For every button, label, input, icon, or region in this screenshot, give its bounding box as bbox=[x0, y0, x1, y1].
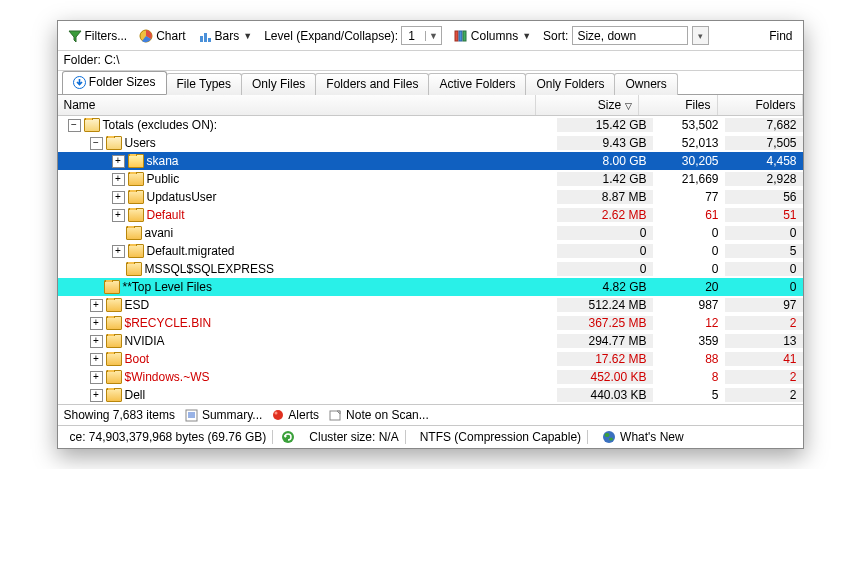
expand-icon[interactable]: + bbox=[112, 209, 125, 222]
folder-icon bbox=[106, 352, 122, 366]
svg-point-16 bbox=[603, 431, 615, 443]
table-row[interactable]: +Dell440.03 KB52 bbox=[58, 386, 803, 404]
row-folders: 5 bbox=[725, 244, 803, 258]
row-files: 52,013 bbox=[653, 136, 725, 150]
row-name: **Top Level Files bbox=[123, 280, 212, 294]
sort-label: Sort: bbox=[543, 29, 568, 43]
row-size: 8.00 GB bbox=[557, 154, 653, 168]
expand-icon[interactable]: + bbox=[112, 191, 125, 204]
table-row[interactable]: −Users9.43 GB52,0137,505 bbox=[58, 134, 803, 152]
columns-button[interactable]: Columns▼ bbox=[450, 27, 535, 45]
svg-rect-3 bbox=[208, 38, 211, 42]
row-folders: 41 bbox=[725, 352, 803, 366]
alerts-button[interactable]: Alerts bbox=[272, 408, 319, 422]
chart-button[interactable]: Chart bbox=[135, 27, 189, 45]
row-name: Users bbox=[125, 136, 156, 150]
chevron-down-icon: ▼ bbox=[243, 31, 252, 41]
row-size: 1.42 GB bbox=[557, 172, 653, 186]
row-files: 0 bbox=[653, 244, 725, 258]
row-name: $RECYCLE.BIN bbox=[125, 316, 212, 330]
bars-label: Bars bbox=[215, 29, 240, 43]
expand-icon[interactable]: + bbox=[90, 299, 103, 312]
tab-only-folders[interactable]: Only Folders bbox=[525, 73, 615, 95]
refresh-icon[interactable] bbox=[281, 430, 295, 444]
row-size: 294.77 MB bbox=[557, 334, 653, 348]
sort-dropdown-button[interactable]: ▾ bbox=[692, 26, 709, 45]
table-row[interactable]: +Public1.42 GB21,6692,928 bbox=[58, 170, 803, 188]
row-folders: 7,505 bbox=[725, 136, 803, 150]
svg-point-12 bbox=[273, 410, 283, 420]
whats-new-button[interactable]: What's New bbox=[596, 430, 690, 444]
table-row[interactable]: +$RECYCLE.BIN367.25 MB122 bbox=[58, 314, 803, 332]
table-row[interactable]: −Totals (excludes ON):15.42 GB53,5027,68… bbox=[58, 116, 803, 134]
tree-spacer bbox=[112, 228, 123, 239]
row-folders: 97 bbox=[725, 298, 803, 312]
app-window: Filters... Chart Bars▼ Level (Expand/Col… bbox=[57, 20, 804, 449]
row-name: Public bbox=[147, 172, 180, 186]
table-row[interactable]: +Default2.62 MB6151 bbox=[58, 206, 803, 224]
grid-body: −Totals (excludes ON):15.42 GB53,5027,68… bbox=[58, 116, 803, 404]
table-row[interactable]: +Default.migrated005 bbox=[58, 242, 803, 260]
sort-combo[interactable]: Size, down bbox=[572, 26, 688, 45]
table-row[interactable]: +skana8.00 GB30,2054,458 bbox=[58, 152, 803, 170]
column-header-folders[interactable]: Folders bbox=[718, 95, 803, 115]
svg-rect-5 bbox=[459, 31, 462, 41]
expand-icon[interactable]: + bbox=[90, 371, 103, 384]
expand-icon[interactable]: + bbox=[112, 245, 125, 258]
filter-icon bbox=[68, 29, 82, 43]
column-header-name[interactable]: Name bbox=[58, 95, 536, 115]
row-folders: 4,458 bbox=[725, 154, 803, 168]
row-folders: 51 bbox=[725, 208, 803, 222]
filters-button[interactable]: Filters... bbox=[64, 27, 132, 45]
find-label: Find bbox=[769, 29, 792, 43]
tab-folders-and-files[interactable]: Folders and Files bbox=[315, 73, 429, 95]
filters-label: Filters... bbox=[85, 29, 128, 43]
svg-point-17 bbox=[605, 433, 610, 437]
row-size: 0 bbox=[557, 226, 653, 240]
tab-only-files[interactable]: Only Files bbox=[241, 73, 316, 95]
expand-icon[interactable]: + bbox=[112, 173, 125, 186]
tab-owners[interactable]: Owners bbox=[614, 73, 677, 95]
summary-button[interactable]: Summary... bbox=[185, 408, 262, 422]
level-combo[interactable]: 1▼ bbox=[401, 26, 442, 45]
expand-icon[interactable]: + bbox=[90, 335, 103, 348]
table-row[interactable]: **Top Level Files4.82 GB200 bbox=[58, 278, 803, 296]
column-header-size[interactable]: Size ▽ bbox=[536, 95, 639, 115]
table-row[interactable]: +$Windows.~WS452.00 KB82 bbox=[58, 368, 803, 386]
level-control: Level (Expand/Collapse): 1▼ bbox=[260, 24, 446, 47]
expand-icon[interactable]: + bbox=[112, 155, 125, 168]
bars-icon bbox=[198, 29, 212, 43]
table-row[interactable]: +UpdatusUser8.87 MB7756 bbox=[58, 188, 803, 206]
folder-path: C:\ bbox=[104, 53, 119, 67]
row-size: 452.00 KB bbox=[557, 370, 653, 384]
collapse-icon[interactable]: − bbox=[68, 119, 81, 132]
bars-button[interactable]: Bars▼ bbox=[194, 27, 257, 45]
globe-icon bbox=[602, 430, 616, 444]
note-button[interactable]: Note on Scan... bbox=[329, 408, 429, 422]
row-files: 88 bbox=[653, 352, 725, 366]
column-header-files[interactable]: Files bbox=[639, 95, 718, 115]
row-folders: 0 bbox=[725, 226, 803, 240]
tab-folder-sizes[interactable]: Folder Sizes bbox=[62, 71, 167, 94]
row-size: 0 bbox=[557, 244, 653, 258]
find-button[interactable]: Find bbox=[765, 27, 796, 45]
table-row[interactable]: +NVIDIA294.77 MB35913 bbox=[58, 332, 803, 350]
row-folders: 2,928 bbox=[725, 172, 803, 186]
expand-icon[interactable]: + bbox=[90, 317, 103, 330]
row-name: NVIDIA bbox=[125, 334, 165, 348]
row-files: 987 bbox=[653, 298, 725, 312]
columns-icon bbox=[454, 29, 468, 43]
tab-active-folders[interactable]: Active Folders bbox=[428, 73, 526, 95]
tab-file-types[interactable]: File Types bbox=[166, 73, 242, 95]
expand-icon[interactable]: + bbox=[90, 353, 103, 366]
folder-icon bbox=[84, 118, 100, 132]
table-row[interactable]: +ESD512.24 MB98797 bbox=[58, 296, 803, 314]
table-row[interactable]: avani000 bbox=[58, 224, 803, 242]
expand-icon[interactable]: + bbox=[90, 389, 103, 402]
table-row[interactable]: MSSQL$SQLEXPRESS000 bbox=[58, 260, 803, 278]
collapse-icon[interactable]: − bbox=[90, 137, 103, 150]
folder-icon bbox=[128, 244, 144, 258]
table-row[interactable]: +Boot17.62 MB8841 bbox=[58, 350, 803, 368]
folder-icon bbox=[106, 298, 122, 312]
folder-icon bbox=[106, 136, 122, 150]
